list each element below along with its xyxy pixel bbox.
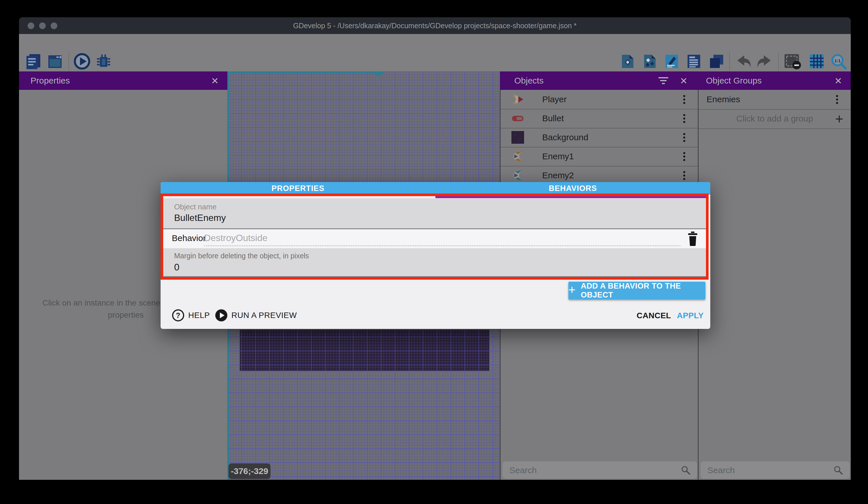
- properties-panel-title: Properties: [31, 76, 70, 85]
- behavior-row: Behavior DestroyOutside: [163, 229, 708, 248]
- properties-list-icon[interactable]: [685, 53, 702, 70]
- behavior-underline: [204, 245, 680, 246]
- object-groups-icon[interactable]: [641, 53, 658, 70]
- delete-behavior-icon[interactable]: [687, 232, 699, 246]
- screenshot-root: GDevelop 5 - /Users/dkarakay/Documents/G…: [0, 0, 868, 504]
- help-icon: ?: [172, 309, 184, 321]
- play-icon: [215, 309, 227, 321]
- filter-icon[interactable]: [658, 77, 669, 86]
- layers-icon[interactable]: [708, 53, 724, 70]
- undo-icon[interactable]: [734, 53, 751, 70]
- redo-icon[interactable]: [757, 53, 774, 70]
- plus-icon: +: [568, 283, 576, 297]
- toolbar-separator: [729, 52, 730, 71]
- grid-icon[interactable]: [808, 53, 826, 70]
- cursor-coordinates-tooltip: -376;-329: [228, 463, 270, 479]
- margin-input[interactable]: [174, 262, 348, 273]
- object-editor-dialog: PROPERTIES BEHAVIORS Object name Behavio…: [161, 182, 710, 329]
- object-menu-icon[interactable]: [683, 152, 685, 161]
- window-title: GDevelop 5 - /Users/dkarakay/Documents/G…: [19, 17, 851, 34]
- close-properties-panel-icon[interactable]: ✕: [211, 75, 219, 87]
- object-menu-icon[interactable]: [683, 114, 685, 123]
- active-tab-indicator: [435, 195, 706, 198]
- search-icon: [834, 465, 843, 475]
- selection-handle[interactable]: [374, 71, 383, 76]
- behavior-label: Behavior: [172, 233, 206, 243]
- properties-empty-message-line1: Click on an instance in the scene: [19, 299, 184, 308]
- run-preview-button[interactable]: RUN A PREVIEW: [215, 309, 297, 321]
- object-name-input[interactable]: [174, 212, 664, 223]
- object-name-label: Object name: [174, 202, 216, 211]
- play-preview-icon[interactable]: [74, 53, 90, 70]
- player-sprite-icon: [512, 93, 524, 106]
- add-group-row[interactable]: Click to add a group +: [699, 109, 851, 129]
- margin-label: Margin before deleting the object, in pi…: [174, 252, 309, 260]
- objects-search-input[interactable]: [509, 464, 646, 477]
- add-group-icon[interactable]: +: [835, 111, 843, 127]
- dialog-tabbar: PROPERTIES BEHAVIORS: [161, 182, 710, 195]
- object-row-player[interactable]: Player: [500, 90, 698, 109]
- dialog-tab-behaviors[interactable]: BEHAVIORS: [435, 182, 710, 195]
- object-groups-panel-header: Object Groups ✕: [698, 71, 851, 90]
- groups-search-input[interactable]: [707, 464, 813, 477]
- background-sprite-icon: [512, 131, 524, 144]
- toolbar-separator: [778, 52, 779, 71]
- object-menu-icon[interactable]: [683, 133, 685, 142]
- object-menu-icon[interactable]: [683, 95, 685, 104]
- enemy2-sprite-icon: [512, 169, 524, 182]
- zoom-ratio-label: 1:1: [834, 58, 841, 63]
- help-button[interactable]: ? HELP: [172, 309, 210, 321]
- enemy1-sprite-icon: [512, 150, 524, 163]
- object-groups-panel: Enemies Click to add a group +: [698, 90, 851, 480]
- object-row-enemy1[interactable]: Enemy1: [500, 147, 698, 167]
- bullet-sprite-icon: [512, 112, 524, 125]
- search-icon: [681, 465, 691, 475]
- apply-button[interactable]: APPLY: [677, 311, 704, 320]
- add-object-icon[interactable]: [619, 53, 636, 70]
- add-behavior-button[interactable]: + ADD A BEHAVIOR TO THE OBJECT: [568, 282, 705, 300]
- dialog-footer: ? HELP RUN A PREVIEW CANCEL APPLY: [161, 309, 710, 322]
- object-row-background[interactable]: Background: [500, 128, 698, 148]
- mask-instances-icon[interactable]: [783, 53, 802, 70]
- scene-window-icon[interactable]: [46, 53, 63, 70]
- edit-scene-icon[interactable]: [663, 53, 680, 70]
- object-groups-panel-title: Object Groups: [706, 76, 762, 85]
- close-groups-panel-icon[interactable]: ✕: [834, 75, 842, 87]
- object-menu-icon[interactable]: [683, 171, 685, 180]
- group-row-enemies[interactable]: Enemies: [699, 90, 851, 110]
- objects-panel-title: Objects: [514, 76, 544, 85]
- object-name-field[interactable]: Object name: [163, 199, 708, 229]
- object-row-bullet[interactable]: Bullet: [500, 109, 698, 129]
- dialog-tab-properties[interactable]: PROPERTIES: [161, 182, 435, 195]
- background-instance[interactable]: [240, 330, 489, 371]
- groups-search: [701, 461, 850, 478]
- objects-panel-header: Objects ✕: [500, 71, 698, 90]
- objects-search: [503, 461, 697, 478]
- titlebar: GDevelop 5 - /Users/dkarakay/Documents/G…: [19, 17, 851, 34]
- toolbar-separator: [69, 52, 69, 71]
- close-objects-panel-icon[interactable]: ✕: [680, 75, 688, 87]
- margin-field[interactable]: Margin before deleting the object, in pi…: [163, 248, 708, 277]
- zoom-ratio-icon[interactable]: 1:1: [830, 53, 848, 70]
- selection-top-edge: [229, 71, 374, 73]
- properties-panel-header: Properties ✕: [19, 71, 227, 90]
- cancel-button[interactable]: CANCEL: [637, 311, 671, 320]
- group-menu-icon[interactable]: [836, 95, 838, 104]
- behavior-name[interactable]: DestroyOutside: [204, 233, 268, 243]
- debug-icon[interactable]: [95, 53, 112, 70]
- project-manager-icon[interactable]: [25, 53, 41, 70]
